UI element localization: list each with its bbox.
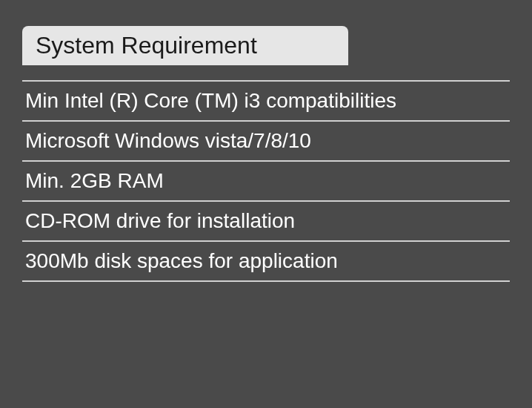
section-title: System Requirement bbox=[36, 32, 257, 59]
requirement-text: Min. 2GB RAM bbox=[25, 169, 164, 192]
requirement-text: CD-ROM drive for installation bbox=[25, 209, 295, 232]
list-item: 300Mb disk spaces for application bbox=[22, 242, 510, 282]
list-item: Microsoft Windows vista/7/8/10 bbox=[22, 122, 510, 162]
list-item: Min Intel (R) Core (TM) i3 compatibiliti… bbox=[22, 80, 510, 122]
list-item: CD-ROM drive for installation bbox=[22, 202, 510, 242]
requirement-text: Min Intel (R) Core (TM) i3 compatibiliti… bbox=[25, 89, 396, 112]
requirement-text: 300Mb disk spaces for application bbox=[25, 249, 338, 272]
requirements-list: Min Intel (R) Core (TM) i3 compatibiliti… bbox=[22, 80, 510, 282]
list-item: Min. 2GB RAM bbox=[22, 162, 510, 202]
section-header: System Requirement bbox=[22, 26, 348, 65]
requirement-text: Microsoft Windows vista/7/8/10 bbox=[25, 129, 311, 152]
